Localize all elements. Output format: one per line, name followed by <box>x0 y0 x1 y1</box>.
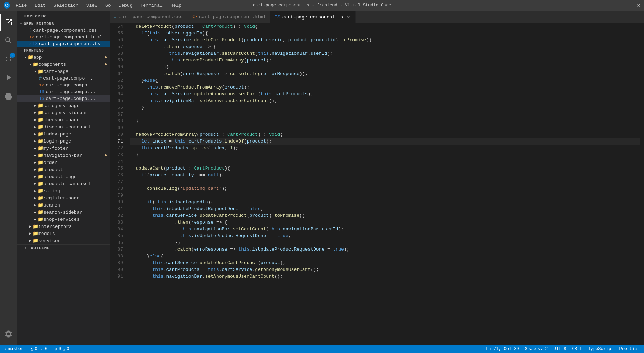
folder-register-page[interactable]: ▶ 📁 register-page <box>17 194 110 202</box>
code-line-56: this.cartService.deleteCartProduct(produ… <box>130 37 640 43</box>
status-formatter[interactable]: Prettier <box>618 347 641 352</box>
products-carousel-chevron: ▶ <box>34 182 36 186</box>
ln-91: 91 <box>110 273 123 280</box>
folder-search-sidebar[interactable]: ▶ 📁 search-sidebar <box>17 209 110 216</box>
file-cart-css[interactable]: # cart-page.compo... <box>17 75 110 82</box>
menu-go[interactable]: Go <box>104 2 112 9</box>
folder-models-label: models <box>38 231 55 236</box>
window-title: cart-page.component.ts - frontend - Visu… <box>253 3 391 8</box>
menu-edit[interactable]: Edit <box>33 2 47 9</box>
editor-area: # cart-page.component.css <> cart-page.c… <box>110 11 644 345</box>
folder-navigation-bar[interactable]: ▶ 📁 navigation-bar <box>17 152 110 159</box>
code-line-83: .then(response => { <box>130 219 640 226</box>
status-encoding[interactable]: UTF-8 <box>552 347 568 352</box>
status-sync[interactable]: ↻ 0 ↓ 0 <box>29 347 49 352</box>
folder-index-page[interactable]: ▶ 📁 index-page <box>17 130 110 138</box>
branch-icon: ⑂ <box>4 347 7 352</box>
ln-72: 72 <box>110 145 123 151</box>
activity-run[interactable] <box>0 69 17 86</box>
file-cart-spec[interactable]: TS cart-page.compo... <box>17 89 110 95</box>
folder-index-page-icon: 📁 <box>38 131 43 137</box>
spaces-text: Spaces: 2 <box>525 347 548 352</box>
folder-category-sidebar[interactable]: ▶ 📁 category-sidebar <box>17 109 110 116</box>
folder-discount-carousel-label: discount-carousel <box>43 124 91 130</box>
folder-category-page-icon: 📁 <box>38 103 43 108</box>
open-file-css[interactable]: # cart-page.component.css <box>17 27 110 34</box>
position-text: Ln 71, Col 39 <box>486 347 519 352</box>
activity-explorer[interactable] <box>0 14 17 31</box>
activity-extensions[interactable] <box>0 87 17 105</box>
tab-html[interactable]: <> cart-page.component.html <box>187 11 270 23</box>
menu-bar[interactable]: File Edit Selection View Go Debug Termin… <box>14 2 183 9</box>
folder-rating[interactable]: ▶ 📁 rating <box>17 187 110 194</box>
warning-icon: ⚠ <box>63 347 65 352</box>
status-errors[interactable]: ⊗ 0 ⚠ 0 <box>53 347 70 352</box>
folder-product[interactable]: ▶ 📁 product <box>17 166 110 173</box>
code-line-84: this.navigationBar.setCartCount(this.nav… <box>130 226 640 232</box>
folder-login-page[interactable]: ▶ 📁 login-page <box>17 138 110 145</box>
folder-shop-services[interactable]: ▶ 📁 shop-services <box>17 216 110 223</box>
code-line-76: if(product.quantity !== null){ <box>130 172 640 178</box>
code-editor[interactable]: deleteProduct(product : CartProduct) : v… <box>127 23 640 345</box>
folder-services[interactable]: ▶ 📁 services <box>17 237 110 244</box>
order-chevron: ▶ <box>34 160 36 165</box>
ln-81: 81 <box>110 205 123 212</box>
code-line-62: }else{ <box>130 77 640 84</box>
close-button[interactable]: ✕ <box>637 2 640 9</box>
tab-css[interactable]: # cart-page.component.css <box>110 11 187 23</box>
folder-products-carousel[interactable]: ▶ 📁 products-carousel <box>17 180 110 187</box>
folder-product-page[interactable]: ▶ 📁 product-page <box>17 173 110 180</box>
menu-view[interactable]: View <box>85 2 99 9</box>
source-control-badge: 9 <box>10 53 15 58</box>
folder-models[interactable]: ▶ 📁 models <box>17 230 110 237</box>
tab-ts[interactable]: TS cart-page.component.ts ✕ <box>270 11 356 23</box>
menu-help[interactable]: Help <box>169 2 183 9</box>
folder-search[interactable]: ▶ 📁 search <box>17 202 110 209</box>
menu-terminal[interactable]: Terminal <box>139 2 164 9</box>
menu-debug[interactable]: Debug <box>117 2 134 9</box>
status-spaces[interactable]: Spaces: 2 <box>523 347 549 352</box>
menu-file[interactable]: File <box>14 2 28 9</box>
ln-82: 82 <box>110 212 123 219</box>
folder-components[interactable]: ▾ 📁 components <box>17 61 110 68</box>
minimize-button[interactable]: — <box>631 2 634 9</box>
open-file-html[interactable]: <> cart-page.component.html <box>17 34 110 41</box>
folder-app[interactable]: ▾ 📁 app <box>17 54 110 61</box>
status-language[interactable]: TypeScript <box>586 347 615 352</box>
status-eol[interactable]: CRLF <box>571 347 584 352</box>
activity-search[interactable] <box>0 32 17 49</box>
ln-73: 73 <box>110 151 123 158</box>
folder-order[interactable]: ▶ 📁 order <box>17 159 110 166</box>
tab-ts-close[interactable]: ✕ <box>345 14 351 20</box>
folder-my-footer[interactable]: ▶ 📁 my-footer <box>17 145 110 152</box>
folder-checkout-page[interactable]: ▶ 📁 checkout-page <box>17 116 110 123</box>
open-file-ts[interactable]: ✕ TS cart-page.component.ts <box>17 41 110 47</box>
css-file-icon: # <box>29 28 32 33</box>
code-line-89: this.cartService.updateUserCartProduct(p… <box>130 260 640 266</box>
outline-header[interactable]: ▾ OUTLINE <box>17 244 110 251</box>
menu-selection[interactable]: Selection <box>52 2 80 9</box>
code-line-90: this.cartProducts = this.cartService.get… <box>130 266 640 273</box>
window-controls[interactable]: — ✕ <box>631 2 640 9</box>
navigation-bar-chevron: ▶ <box>34 153 36 157</box>
file-cart-html[interactable]: <> cart-page.compo... <box>17 82 110 89</box>
title-bar-left: ⬡ File Edit Selection View Go Debug Term… <box>4 2 183 9</box>
code-line-82: this.cartService.updateCartProduct(produ… <box>130 212 640 219</box>
frontend-chevron: ▾ <box>20 48 22 53</box>
activity-source-control[interactable]: 9 <box>0 50 17 68</box>
folder-discount-carousel[interactable]: ▶ 📁 discount-carousel <box>17 123 110 130</box>
file-cart-ts[interactable]: TS cart-page.compo... <box>17 95 110 102</box>
folder-register-page-label: register-page <box>43 196 79 201</box>
close-icon-ts[interactable]: ✕ <box>29 42 32 46</box>
open-editors-header[interactable]: ▾ OPEN EDITORS <box>17 21 110 27</box>
activity-settings[interactable] <box>0 325 17 342</box>
folder-category-page[interactable]: ▶ 📁 category-page <box>17 102 110 109</box>
folder-cart-page[interactable]: ▾ 📁 cart-page <box>17 68 110 75</box>
product-page-chevron: ▶ <box>34 175 36 179</box>
outline-label: OUTLINE <box>31 246 50 250</box>
folder-interceptors[interactable]: ▶ 📁 interceptors <box>17 223 110 230</box>
status-position[interactable]: Ln 71, Col 39 <box>484 347 521 352</box>
frontend-header[interactable]: ▾ FRONTEND <box>17 47 110 54</box>
sidebar-title: EXPLORER <box>17 11 110 21</box>
status-branch[interactable]: ⑂ master <box>3 347 25 352</box>
